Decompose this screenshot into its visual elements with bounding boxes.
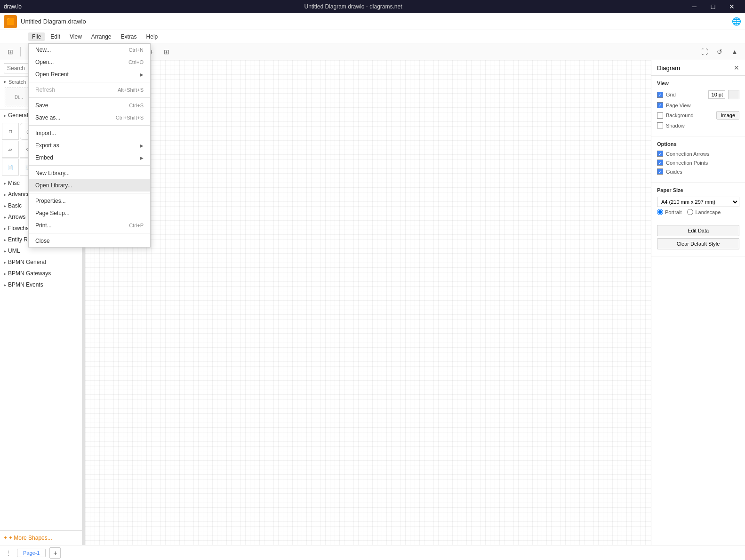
menu-edit[interactable]: Edit	[47, 32, 64, 41]
menu-openlibrary[interactable]: Open Library...	[29, 179, 150, 192]
connection-arrows-checkbox[interactable]: ✓	[657, 151, 663, 157]
menu-exportas[interactable]: Export as ▶	[29, 139, 150, 152]
menu-close[interactable]: Close	[29, 235, 150, 247]
app-bar: 🟧 Untitled Diagram.drawio 🌐	[0, 13, 745, 30]
menu-import[interactable]: Import...	[29, 127, 150, 139]
grid-label: Grid	[666, 92, 705, 97]
page-menu-icon: ⋮	[6, 550, 11, 556]
background-checkbox[interactable]	[657, 112, 663, 119]
sep-5	[29, 193, 150, 193]
edit-data-button[interactable]: Edit Data	[657, 225, 739, 236]
newlibrary-label: New Library...	[35, 170, 70, 176]
options-section: Options ✓ Connection Arrows ✓ Connection…	[651, 136, 745, 183]
right-panel: Diagram ✕ View ✓ Grid ✓ Page View Backgr…	[651, 60, 745, 545]
maximize-button[interactable]: □	[704, 0, 722, 13]
menu-save[interactable]: Save Ctrl+S	[29, 99, 150, 112]
exportas-label: Export as	[35, 142, 59, 149]
landscape-label: Landscape	[695, 209, 721, 215]
panel-toggle-button[interactable]: ⊞	[4, 45, 17, 58]
portrait-option[interactable]: Portrait	[657, 209, 681, 215]
minimize-button[interactable]: ─	[685, 0, 704, 13]
page-menu-button[interactable]: ⋮	[4, 548, 13, 558]
reset-button[interactable]: ↺	[713, 45, 726, 58]
saveas-shortcut: Ctrl+Shift+S	[116, 115, 144, 120]
menu-file[interactable]: File	[28, 32, 45, 41]
menu-embed[interactable]: Embed ▶	[29, 152, 150, 164]
exportas-arrow: ▶	[140, 143, 144, 148]
menu-open[interactable]: Open... Ctrl+O	[29, 56, 150, 68]
orientation-row: Portrait Landscape	[657, 209, 739, 215]
menu-view[interactable]: View	[66, 32, 86, 41]
arrows-arrow: ▸	[4, 215, 6, 220]
guides-label: Guides	[666, 169, 739, 175]
canvas-area[interactable]	[85, 60, 651, 545]
paper-size-select[interactable]: A4 (210 mm x 297 mm) A3 (297 mm x 420 mm…	[657, 197, 739, 207]
clear-default-style-button[interactable]: Clear Default Style	[657, 238, 739, 249]
guides-checkbox[interactable]: ✓	[657, 168, 663, 175]
print-shortcut: Ctrl+P	[129, 223, 144, 228]
menu-help[interactable]: Help	[143, 32, 162, 41]
page-view-label: Page View	[666, 103, 739, 108]
embed-arrow: ▶	[140, 155, 144, 160]
menu-saveas[interactable]: Save as... Ctrl+Shift+S	[29, 112, 150, 124]
close-button[interactable]: ✕	[722, 0, 741, 13]
page-view-row: ✓ Page View	[657, 102, 739, 108]
guides-row: ✓ Guides	[657, 168, 739, 175]
save-shortcut: Ctrl+S	[129, 103, 144, 108]
openlibrary-label: Open Library...	[35, 182, 72, 189]
connection-points-checkbox[interactable]: ✓	[657, 160, 663, 166]
logo-letter: 🟧	[7, 18, 15, 25]
sep-2	[29, 97, 150, 98]
import-label: Import...	[35, 130, 56, 136]
shape-parallelogram[interactable]: ▱	[2, 141, 19, 158]
image-button[interactable]: Image	[716, 111, 739, 120]
menu-open-recent[interactable]: Open Recent ▶	[29, 68, 150, 80]
sep-1	[29, 82, 150, 82]
general-arrow: ▸	[4, 113, 6, 118]
section-bpmn-gateways[interactable]: ▸ BPMN Gateways	[0, 268, 82, 279]
section-bpmn-events[interactable]: ▸ BPMN Events	[0, 279, 82, 290]
menu-extras[interactable]: Extras	[117, 32, 141, 41]
sep-4	[29, 165, 150, 166]
menu-newlibrary[interactable]: New Library...	[29, 167, 150, 179]
shape-rectangle[interactable]: □	[2, 123, 19, 140]
new-shortcut: Ctrl+N	[129, 47, 144, 53]
menu-bar: File Edit View Arrange Extras Help	[0, 30, 745, 43]
more-shapes-button[interactable]: + + More Shapes...	[0, 530, 82, 545]
refresh-label: Refresh	[35, 87, 55, 93]
menu-new[interactable]: New... Ctrl+N	[29, 44, 150, 56]
grid-color-box[interactable]	[728, 90, 739, 99]
menu-properties[interactable]: Properties...	[29, 195, 150, 207]
add-page-button[interactable]: +	[49, 547, 61, 559]
landscape-radio[interactable]	[687, 209, 693, 215]
globe-icon[interactable]: 🌐	[732, 17, 741, 26]
background-label: Background	[666, 112, 713, 118]
menu-arrange[interactable]: Arrange	[88, 32, 115, 41]
arrows-label: Arrows	[8, 214, 25, 220]
sep-6	[29, 233, 150, 233]
grid-value-input[interactable]	[708, 90, 725, 99]
buttons-section: Edit Data Clear Default Style	[651, 220, 745, 256]
panel-header: Diagram ✕	[651, 60, 745, 76]
page-tab[interactable]: Page-1	[17, 549, 46, 557]
shape-document[interactable]: 📄	[2, 159, 19, 176]
section-bpmn-general[interactable]: ▸ BPMN General	[0, 256, 82, 268]
print-label: Print...	[35, 222, 52, 229]
landscape-option[interactable]: Landscape	[687, 209, 721, 215]
pagesetup-label: Page Setup...	[35, 210, 70, 216]
shadow-checkbox[interactable]	[657, 122, 663, 128]
grid-checkbox[interactable]: ✓	[657, 92, 663, 98]
panel-close-button[interactable]: ✕	[734, 64, 739, 72]
file-dropdown-menu: New... Ctrl+N Open... Ctrl+O Open Recent…	[28, 43, 151, 248]
portrait-radio[interactable]	[657, 209, 663, 215]
canvas[interactable]	[85, 60, 651, 545]
fullscreen-button[interactable]: ⛶	[698, 45, 711, 58]
menu-print[interactable]: Print... Ctrl+P	[29, 219, 150, 232]
properties-label: Properties...	[35, 198, 66, 204]
page-view-checkbox[interactable]: ✓	[657, 102, 663, 108]
bpmn-gateways-label: BPMN Gateways	[8, 270, 51, 277]
menu-pagesetup[interactable]: Page Setup...	[29, 207, 150, 219]
table-button[interactable]: ⊞	[160, 45, 173, 58]
shadow-row: Shadow	[657, 122, 739, 128]
collapse-button[interactable]: ▲	[728, 45, 741, 58]
